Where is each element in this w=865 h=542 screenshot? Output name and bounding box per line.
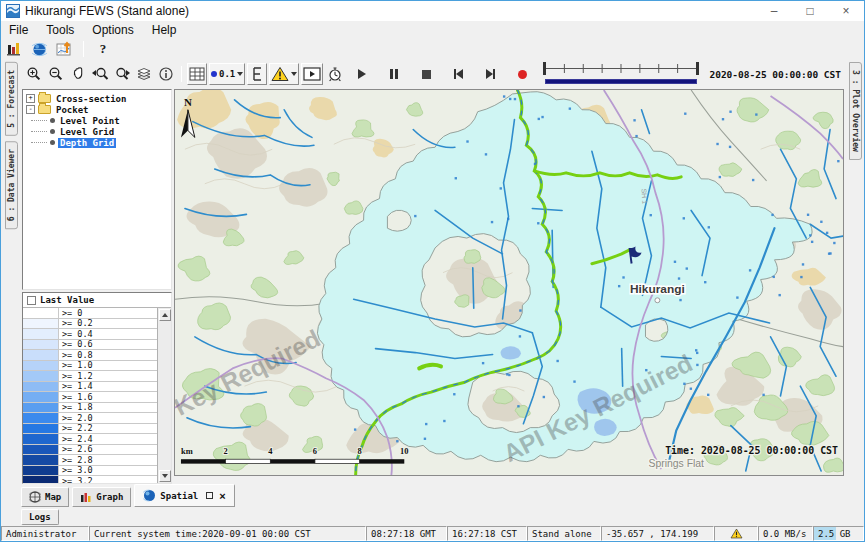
layers-icon[interactable] bbox=[134, 63, 154, 85]
grid-display-button[interactable] bbox=[187, 63, 207, 85]
zoom-previous-icon[interactable] bbox=[90, 63, 110, 85]
folder-icon bbox=[38, 94, 51, 103]
legend-row[interactable]: >= 0.8 bbox=[23, 350, 157, 361]
pan-hand-icon[interactable] bbox=[68, 63, 88, 85]
legend-swatch bbox=[23, 382, 59, 392]
legend-row[interactable]: >= 3.2 bbox=[23, 476, 157, 483]
legend-row[interactable]: >= 1.2 bbox=[23, 371, 157, 382]
chevron-down-icon bbox=[237, 72, 243, 76]
interval-dot-icon bbox=[211, 71, 217, 77]
tab-restore-icon[interactable] bbox=[206, 492, 213, 499]
slider-end-handle[interactable] bbox=[696, 62, 699, 75]
tab-spatial[interactable]: Spatial × bbox=[134, 484, 234, 507]
tab-plot-overview[interactable]: 3 : Plot Overview bbox=[849, 62, 862, 160]
info-icon[interactable] bbox=[156, 63, 176, 85]
time-span-bar bbox=[545, 79, 697, 84]
legend-row[interactable]: >= 0.2 bbox=[23, 319, 157, 330]
maximize-button[interactable]: □ bbox=[792, 1, 828, 21]
tree-expander-icon[interactable]: + bbox=[26, 94, 35, 103]
status-bar: Administrator Current system time:2020-0… bbox=[1, 526, 864, 541]
close-button[interactable]: × bbox=[828, 1, 864, 21]
skip-to-start-button[interactable] bbox=[448, 63, 468, 85]
legend-label: >= 2.6 bbox=[59, 445, 157, 455]
tab-close-icon[interactable]: × bbox=[219, 490, 225, 502]
menu-item[interactable]: Help bbox=[152, 23, 177, 37]
play-button[interactable] bbox=[352, 63, 372, 85]
data-panel: +Cross-section-PocketLevel PointLevel Gr… bbox=[22, 89, 172, 484]
legend-row[interactable]: >= 1.4 bbox=[23, 382, 157, 393]
legend-row[interactable]: >= 1.8 bbox=[23, 403, 157, 414]
legend-label: >= 0.4 bbox=[59, 329, 157, 339]
logs-button[interactable]: Logs bbox=[21, 509, 59, 525]
tree-item-level-grid[interactable]: Level Grid bbox=[25, 126, 169, 137]
scale-tick-label: 6 bbox=[313, 447, 317, 456]
tree-item-cross-section[interactable]: +Cross-section bbox=[25, 93, 169, 104]
last-value-label: Last Value bbox=[40, 295, 94, 305]
menu-item[interactable]: Options bbox=[92, 23, 133, 37]
status-user: Administrator bbox=[1, 526, 89, 541]
legend-row[interactable]: >= 3.0 bbox=[23, 466, 157, 477]
last-value-checkbox[interactable] bbox=[27, 296, 36, 305]
folder-icon bbox=[38, 105, 51, 114]
tab-forecast[interactable]: 5 : Forecast bbox=[5, 62, 18, 136]
bullet-icon bbox=[50, 129, 55, 134]
scroll-up-icon[interactable] bbox=[159, 309, 171, 321]
title-bar: Hikurangi FEWS (Stand alone) – □ × bbox=[1, 1, 864, 21]
legend-panel: Last Value >= 0>= 0.2>= 0.4>= 0.6>= 0.8>… bbox=[22, 292, 172, 484]
right-tab-strip: 3 : Plot Overview bbox=[846, 59, 864, 484]
legend-row[interactable]: >= 0.6 bbox=[23, 340, 157, 351]
help-button[interactable]: ? bbox=[94, 40, 112, 58]
time-slider[interactable] bbox=[543, 61, 699, 87]
legend-swatch bbox=[23, 403, 59, 413]
layer-tree[interactable]: +Cross-section-PocketLevel PointLevel Gr… bbox=[22, 89, 172, 290]
stop-button[interactable] bbox=[416, 63, 436, 85]
legend-row[interactable]: >= 1.6 bbox=[23, 392, 157, 403]
tree-expander-icon[interactable]: - bbox=[26, 105, 35, 114]
spatial-display-icon[interactable] bbox=[55, 40, 73, 58]
status-system-time: Current system time:2020-09-01 00:00 CST bbox=[89, 526, 366, 541]
pause-button[interactable] bbox=[384, 63, 404, 85]
legend-swatch bbox=[23, 319, 59, 329]
legend-label: >= 2.4 bbox=[59, 434, 157, 444]
legend-label: >= 0.6 bbox=[59, 340, 157, 350]
legend-row[interactable]: >= 2.0 bbox=[23, 413, 157, 424]
legend-row[interactable]: >= 0 bbox=[23, 308, 157, 319]
globe-icon[interactable] bbox=[30, 40, 48, 58]
minimize-button[interactable]: – bbox=[756, 1, 792, 21]
zoom-in-icon[interactable] bbox=[24, 63, 44, 85]
legend-row[interactable]: >= 0.4 bbox=[23, 329, 157, 340]
menu-item[interactable]: File bbox=[9, 23, 28, 37]
tab-graph[interactable]: Graph bbox=[72, 487, 131, 507]
zoom-out-icon[interactable] bbox=[46, 63, 66, 85]
chevron-down-icon bbox=[291, 72, 297, 76]
warning-dropdown[interactable] bbox=[269, 63, 299, 85]
scroll-down-icon[interactable] bbox=[159, 470, 171, 482]
legend-swatch bbox=[23, 466, 59, 476]
status-warning-cell[interactable] bbox=[714, 526, 758, 541]
legend-scrollbar[interactable] bbox=[157, 308, 171, 483]
map-viewport[interactable]: Hikurangi Springs Flat SH 1 API Key Requ… bbox=[174, 89, 844, 476]
legend-swatch bbox=[23, 434, 59, 444]
skip-to-end-button[interactable] bbox=[480, 63, 500, 85]
tree-item-level-point[interactable]: Level Point bbox=[25, 115, 169, 126]
legend-row[interactable]: >= 2.2 bbox=[23, 424, 157, 435]
legend-row[interactable]: >= 2.4 bbox=[23, 434, 157, 445]
tree-item-pocket[interactable]: -Pocket bbox=[25, 104, 169, 115]
tab-map[interactable]: Map bbox=[21, 487, 69, 507]
interval-dropdown[interactable]: 0.1 bbox=[209, 63, 245, 85]
animation-button[interactable] bbox=[301, 63, 323, 85]
slider-start-handle[interactable] bbox=[543, 62, 546, 75]
timer-icon[interactable] bbox=[325, 63, 345, 85]
legend-row[interactable]: >= 1.0 bbox=[23, 361, 157, 372]
menu-item[interactable]: Tools bbox=[46, 23, 74, 37]
record-button[interactable] bbox=[512, 63, 532, 85]
legend-row[interactable]: >= 2.6 bbox=[23, 445, 157, 456]
legend-label: >= 0.8 bbox=[59, 350, 157, 360]
tree-item-depth-grid[interactable]: Depth Grid bbox=[25, 137, 169, 148]
tab-data-viewer[interactable]: 6 : Data Viewer bbox=[5, 141, 18, 229]
profile-button[interactable] bbox=[247, 63, 267, 85]
legend-label: >= 0 bbox=[59, 308, 157, 318]
legend-row[interactable]: >= 2.8 bbox=[23, 455, 157, 466]
zoom-next-icon[interactable] bbox=[112, 63, 132, 85]
database-icon[interactable] bbox=[5, 40, 23, 58]
